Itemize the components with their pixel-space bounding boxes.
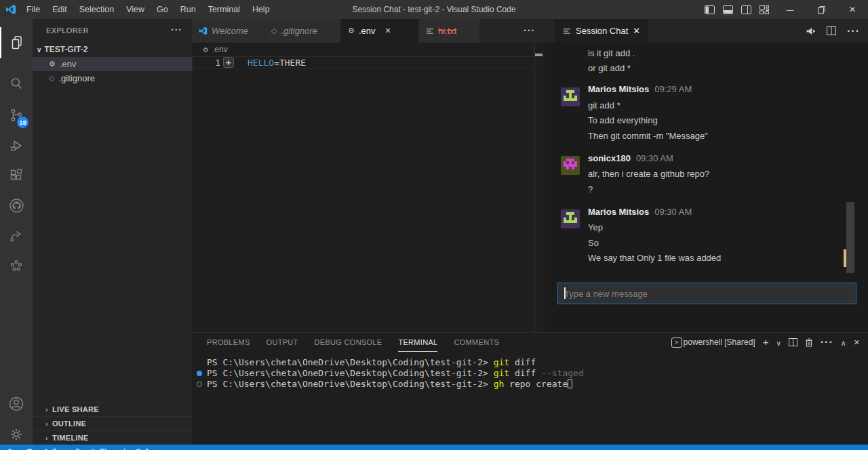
shell-selector[interactable]: > powershell [Shared] — [671, 338, 755, 348]
chat-message-header: Marios Mitsios09:29 AM — [588, 84, 692, 94]
close-tab-icon[interactable] — [384, 26, 391, 35]
menu-selection[interactable]: Selection — [73, 0, 120, 19]
menu-edit[interactable]: Edit — [46, 0, 73, 19]
maximize-panel-icon[interactable] — [841, 336, 846, 348]
panel-tab-bar: PROBLEMS OUTPUT DEBUG CONSOLE TERMINAL C… — [207, 333, 499, 352]
chat-scrollbar[interactable] — [846, 202, 854, 273]
window-title: Session Chat - test-git-2 - Visual Studi… — [203, 0, 665, 19]
list-file-icon — [563, 27, 571, 35]
tab-gitignore[interactable]: .gitignore — [264, 19, 341, 43]
section-timeline[interactable]: TIMELINE — [33, 430, 192, 445]
section-outline[interactable]: OUTLINE — [33, 416, 192, 430]
chat-message-line: git add * — [588, 100, 620, 110]
search-icon[interactable] — [0, 68, 33, 99]
menu-file[interactable]: File — [20, 0, 46, 19]
tab-session-chat[interactable]: Session Chat — [555, 19, 648, 43]
code-line[interactable]: HELLO=THERE — [248, 58, 306, 68]
title-bar: File Edit Selection View Go Run Terminal… — [0, 0, 868, 19]
close-tab-icon[interactable] — [633, 26, 640, 36]
extensions-icon[interactable] — [0, 160, 33, 191]
minimize-button[interactable] — [774, 0, 806, 19]
customize-layout-icon[interactable] — [760, 5, 769, 14]
list-file-icon — [426, 27, 434, 35]
file-row-env[interactable]: .env — [33, 57, 192, 71]
menu-go[interactable]: Go — [151, 0, 174, 19]
breadcrumb[interactable]: .env — [203, 43, 228, 56]
gear-icon: ⚙ — [135, 447, 142, 450]
warning-icon: △ — [66, 447, 73, 450]
chat-message-header: Marios Mitsios09:30 AM — [588, 207, 692, 217]
env-file-icon — [348, 26, 355, 35]
warning-count[interactable]: △0 — [66, 447, 80, 450]
live-share-icon[interactable] — [0, 220, 33, 251]
error-count[interactable]: ⊘0 — [43, 447, 57, 450]
chevron-right-icon — [45, 420, 48, 428]
tab-output[interactable]: OUTPUT — [267, 333, 298, 352]
close-panel-icon[interactable] — [854, 338, 860, 347]
vscode-logo-icon — [5, 4, 16, 15]
toggle-panel-icon[interactable] — [723, 5, 733, 14]
explorer-more-icon[interactable] — [171, 24, 182, 35]
chat-message-line: We say that Only 1 file was added — [588, 253, 721, 263]
github-icon[interactable] — [0, 190, 33, 221]
tab-terminal[interactable]: TERMINAL — [398, 333, 437, 352]
split-terminal-icon[interactable] — [789, 338, 797, 346]
chat-message-input[interactable] — [557, 283, 856, 304]
close-window-button[interactable] — [837, 0, 868, 19]
participants-count[interactable]: ⚙1 — [135, 447, 149, 450]
kill-terminal-icon[interactable] — [805, 338, 813, 347]
tab-hi-txt[interactable]: hi.txt — [419, 19, 480, 43]
tab-debug-console[interactable]: DEBUG CONSOLE — [315, 333, 382, 352]
restore-button[interactable] — [806, 0, 837, 19]
chat-group: Session Chat is it git add . or git add … — [545, 19, 868, 332]
chat-message-line: alr, then i create a github repo? — [588, 169, 709, 179]
tab-problems[interactable]: PROBLEMS — [207, 333, 250, 352]
tree-root-test-git-2[interactable]: TEST-GIT-2 — [33, 42, 192, 57]
terminal-line: PS C:\Users\cheta\OneDrive\Desktop\Codin… — [207, 368, 584, 378]
env-file-icon — [203, 46, 209, 54]
run-debug-icon[interactable] — [0, 130, 33, 161]
tab-env[interactable]: .env — [341, 19, 419, 43]
terminal-line[interactable]: PS C:\Users\cheta\OneDrive\Desktop\Codin… — [207, 379, 572, 389]
new-terminal-icon[interactable] — [763, 336, 769, 348]
account-icon[interactable] — [0, 388, 33, 420]
menu-run[interactable]: Run — [174, 0, 202, 19]
terminal-line: PS C:\Users\cheta\OneDrive\Desktop\Codin… — [207, 357, 536, 367]
shared-status[interactable]: ◎Shared — [90, 447, 125, 450]
terminal-icon: > — [671, 338, 682, 348]
chat-message-line: Then git commit -m "Message" — [588, 131, 708, 141]
tab-comments[interactable]: COMMENTS — [454, 333, 499, 352]
avatar — [561, 87, 580, 106]
gitignore-file-icon — [49, 74, 54, 83]
scm-badge: 18 — [17, 117, 28, 128]
dots-cluster-icon[interactable] — [0, 251, 33, 282]
chat-message-line: To add everything — [588, 115, 658, 125]
chat-message-line: ? — [588, 184, 593, 195]
command-marker-icon[interactable] — [197, 371, 202, 376]
source-control-icon[interactable]: 18 — [0, 100, 33, 131]
editor-scrollbar[interactable] — [534, 43, 535, 332]
add-comment-button[interactable] — [223, 57, 234, 68]
command-marker-icon[interactable] — [197, 382, 202, 387]
live-share-status[interactable] — [7, 448, 16, 450]
toggle-sidebar-icon[interactable] — [705, 5, 715, 14]
file-row-gitignore[interactable]: .gitignore — [33, 71, 192, 85]
split-editor-icon[interactable] — [827, 26, 836, 35]
tab-welcome[interactable]: Welcome — [192, 19, 264, 43]
chat-message-line: So — [588, 238, 599, 248]
chat-more-actions-icon[interactable] — [847, 25, 860, 37]
terminal-dropdown-icon[interactable] — [776, 336, 781, 348]
avatar — [561, 156, 580, 175]
editor-more-actions-icon[interactable] — [524, 19, 535, 43]
panel-more-actions-icon[interactable] — [821, 336, 833, 348]
explorer-header: EXPLORER — [46, 26, 89, 35]
chat-tab-bar: Session Chat — [545, 19, 868, 43]
section-live-share[interactable]: LIVE SHARE — [33, 402, 192, 416]
explorer-icon[interactable] — [0, 27, 33, 58]
chat-message-line: Yep — [588, 222, 603, 232]
chat-highlight-marker — [844, 249, 846, 267]
env-file-icon — [49, 60, 56, 68]
toggle-secondary-sidebar-icon[interactable] — [741, 5, 751, 14]
menu-view[interactable]: View — [120, 0, 151, 19]
speaker-icon[interactable] — [806, 26, 816, 36]
